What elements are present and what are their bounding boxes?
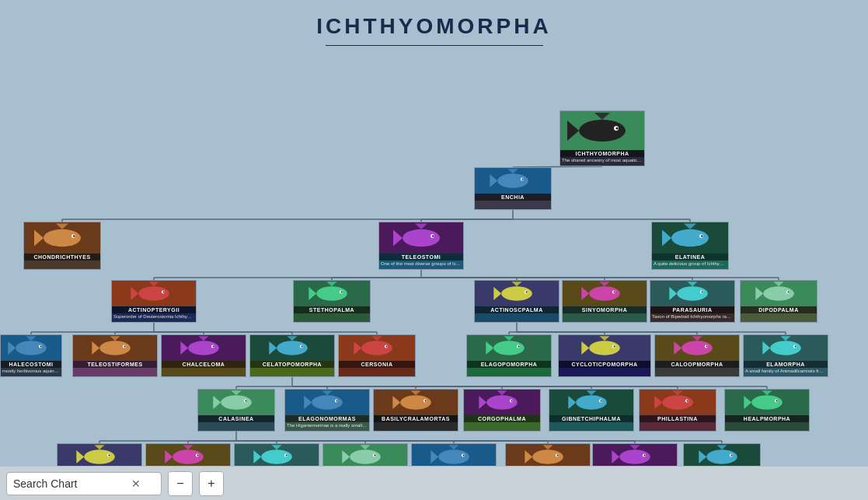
svg-point-167 bbox=[706, 346, 708, 348]
svg-point-247 bbox=[731, 455, 733, 456]
node-elamorpha[interactable]: ELAMORPHAA small family of Animadilcarni… bbox=[743, 334, 828, 377]
svg-point-203 bbox=[751, 395, 783, 409]
svg-marker-200 bbox=[672, 390, 682, 395]
node-desc-parasauria: Taxon of Bipedoid Ichthyomorphs ranging.… bbox=[650, 313, 734, 320]
node-elagopomorpha[interactable]: ELAGOPOMORPHA bbox=[466, 334, 552, 377]
node-corgophalma[interactable]: CORGOPHALMA bbox=[463, 389, 541, 432]
svg-marker-190 bbox=[497, 390, 507, 395]
svg-point-118 bbox=[677, 286, 708, 300]
node-enchia[interactable]: ENCHIA bbox=[474, 167, 552, 210]
svg-marker-199 bbox=[654, 396, 662, 409]
node-label-teleostomi: TELEOSTOMI bbox=[379, 253, 463, 260]
svg-marker-179 bbox=[304, 396, 312, 409]
svg-point-193 bbox=[576, 395, 607, 409]
node-healpmorpha[interactable]: HEALPMORPHA bbox=[724, 389, 810, 432]
svg-point-212 bbox=[109, 455, 110, 456]
svg-point-158 bbox=[589, 341, 620, 355]
svg-marker-75 bbox=[594, 113, 610, 120]
node-image-parasauria bbox=[650, 281, 734, 306]
node-actinoscpalma[interactable]: ACTINOSCPALMA bbox=[474, 280, 559, 323]
node-celatopomorpha[interactable]: CELATOPOMORPHA bbox=[249, 334, 335, 377]
node-cycloticpomorpha[interactable]: CYCLOTICPOMORPHA bbox=[558, 334, 651, 377]
node-cersonia[interactable]: CERSONIA bbox=[338, 334, 416, 377]
node-basilycralamortas[interactable]: BASILYCRALAMORTAS bbox=[373, 389, 458, 432]
node-dipodpalma[interactable]: DIPODPALMA bbox=[740, 280, 817, 323]
search-box[interactable]: ✕ bbox=[6, 472, 162, 495]
svg-point-122 bbox=[702, 292, 703, 293]
svg-point-78 bbox=[497, 173, 528, 187]
svg-marker-80 bbox=[507, 169, 518, 173]
node-image-teleostomi bbox=[379, 222, 463, 253]
svg-marker-109 bbox=[493, 287, 501, 300]
svg-marker-79 bbox=[490, 174, 497, 187]
svg-marker-124 bbox=[755, 287, 763, 300]
svg-point-202 bbox=[687, 400, 688, 402]
svg-marker-100 bbox=[148, 281, 159, 286]
svg-marker-214 bbox=[165, 450, 173, 463]
svg-marker-145 bbox=[287, 336, 297, 341]
node-label-gibnetchiphalma: GIBNETCHIPHALMA bbox=[549, 415, 633, 422]
svg-point-163 bbox=[682, 341, 713, 355]
svg-point-222 bbox=[286, 455, 288, 456]
node-image-elagonomormas bbox=[285, 390, 369, 415]
svg-marker-185 bbox=[410, 390, 420, 395]
node-calasinea[interactable]: CALASINEA bbox=[197, 389, 275, 432]
svg-marker-210 bbox=[94, 445, 104, 449]
search-input[interactable] bbox=[13, 477, 130, 490]
node-teleostiformes[interactable]: TELEOSTIFORMES bbox=[72, 334, 158, 377]
node-elatinea[interactable]: ELATINEAA quite delicious group of Ichth… bbox=[651, 222, 729, 270]
node-label-parasauria: PARASAURIA bbox=[650, 306, 734, 313]
node-chondrichthyes[interactable]: CHONDRICHTHYES bbox=[23, 222, 101, 270]
svg-marker-164 bbox=[674, 341, 682, 355]
node-chalceloma[interactable]: CHALCELOMA bbox=[161, 334, 246, 377]
svg-point-123 bbox=[763, 286, 794, 300]
node-teleostomi[interactable]: TELEOSTOMIOne of the most diverse groups… bbox=[378, 222, 464, 270]
svg-point-207 bbox=[776, 400, 778, 402]
node-label-sinyomorpha: SINYOMORPHA bbox=[563, 306, 647, 313]
svg-marker-74 bbox=[567, 121, 579, 141]
node-parasauria[interactable]: PARASAURIATaxon of Bipedoid Ichthyomorph… bbox=[650, 280, 735, 323]
node-elagonomormas[interactable]: ELAGONOMORMASThe Higantemorinae is a rea… bbox=[284, 389, 370, 432]
svg-point-228 bbox=[438, 449, 469, 463]
svg-marker-85 bbox=[56, 224, 68, 229]
svg-point-183 bbox=[400, 395, 431, 409]
svg-marker-215 bbox=[183, 445, 193, 449]
svg-point-148 bbox=[361, 341, 392, 355]
node-gibnetchiphalma[interactable]: GIBNETCHIPHALMA bbox=[549, 389, 634, 432]
svg-marker-105 bbox=[326, 281, 336, 286]
svg-marker-174 bbox=[213, 396, 221, 409]
node-image-elatinea bbox=[652, 222, 728, 253]
zoom-in-button[interactable]: + bbox=[199, 471, 224, 496]
page-title: ICHTHYOMORPHA bbox=[0, 0, 868, 45]
node-actinopterygii[interactable]: ACTINOPTERYGIISuperorder of Deuterostomi… bbox=[111, 280, 197, 323]
chart-area[interactable]: ICHTHYOMORPHAThe shared ancestry of most… bbox=[0, 52, 868, 495]
node-sinyomorpha[interactable]: SINYOMORPHA bbox=[562, 280, 647, 323]
svg-point-233 bbox=[532, 449, 563, 463]
node-label-stethopalma: STETHOPALMA bbox=[294, 306, 370, 313]
node-caloopmorpha[interactable]: CALOOPMORPHA bbox=[654, 334, 740, 377]
svg-marker-99 bbox=[131, 287, 138, 300]
svg-marker-89 bbox=[393, 230, 403, 247]
svg-marker-230 bbox=[448, 445, 458, 449]
svg-marker-114 bbox=[581, 287, 589, 300]
svg-marker-170 bbox=[780, 336, 790, 341]
svg-point-178 bbox=[312, 395, 343, 409]
zoom-out-button[interactable]: − bbox=[168, 471, 193, 496]
node-ichthyomorpha[interactable]: ICHTHYOMORPHAThe shared ancestry of most… bbox=[559, 110, 645, 166]
node-halecostomi[interactable]: HALECOSTOMImostly herbivorous aquingfish… bbox=[0, 334, 62, 377]
node-label-elagonomormas: ELAGONOMORMAS bbox=[285, 415, 369, 422]
svg-point-168 bbox=[770, 341, 801, 355]
svg-point-213 bbox=[173, 449, 204, 463]
node-image-elamorpha bbox=[744, 335, 828, 361]
node-phillastina[interactable]: PHILLASTINA bbox=[639, 389, 716, 432]
svg-point-138 bbox=[188, 341, 219, 355]
svg-point-188 bbox=[486, 395, 518, 409]
node-stethopalma[interactable]: STETHOPALMA bbox=[293, 280, 371, 323]
node-image-chondrichthyes bbox=[24, 222, 100, 253]
svg-marker-110 bbox=[511, 281, 521, 286]
svg-marker-225 bbox=[360, 445, 370, 449]
svg-marker-204 bbox=[744, 396, 751, 409]
search-clear-button[interactable]: ✕ bbox=[130, 477, 142, 490]
svg-point-153 bbox=[493, 341, 525, 355]
svg-point-198 bbox=[662, 395, 693, 409]
